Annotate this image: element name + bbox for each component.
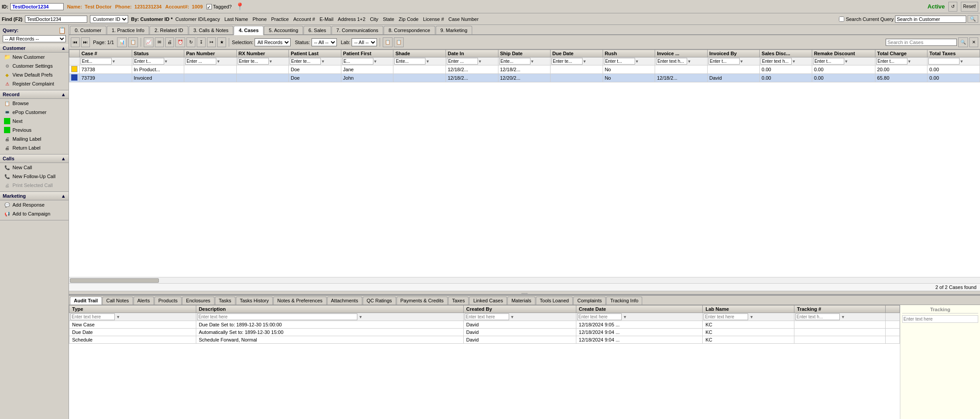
filter-audit-created-by-input[interactable]	[465, 313, 509, 320]
filter-rush-input[interactable]	[604, 58, 635, 65]
tab-marketing[interactable]: 9. Marketing	[436, 26, 473, 34]
filter-ship-date-input[interactable]	[499, 58, 530, 65]
filter-audit-create-date-input[interactable]	[577, 313, 622, 320]
find-link-address[interactable]: Address 1+2	[338, 16, 365, 22]
col-shade[interactable]: Shade	[393, 50, 446, 57]
filter-total-charge-icon[interactable]: ▼	[907, 59, 911, 64]
search-in-button[interactable]: 🔍	[968, 15, 978, 23]
find-link-case[interactable]: Case Number	[449, 16, 479, 22]
audit-col-type[interactable]: Type	[69, 305, 196, 313]
filter-audit-create-date[interactable]: ▼	[576, 313, 703, 321]
filter-ship-date-icon[interactable]: ▼	[530, 59, 535, 64]
cases-scroll-thumb[interactable]	[70, 278, 159, 283]
filter-due-date[interactable]: ▼	[551, 57, 603, 65]
filter-audit-desc-icon[interactable]: ▼	[359, 315, 363, 319]
filter-rx-input[interactable]	[238, 58, 269, 65]
tab-sales[interactable]: 6. Sales	[304, 26, 331, 34]
query-icon[interactable]: 📋	[58, 27, 66, 34]
col-date-in[interactable]: Date In	[445, 50, 498, 57]
col-total-charge[interactable]: Total Charge	[875, 50, 927, 57]
filter-audit-type-icon[interactable]: ▼	[116, 315, 120, 319]
filter-audit-lab-name-input[interactable]	[704, 313, 748, 320]
status-dropdown[interactable]: -- All --	[312, 38, 337, 46]
filter-due-date-icon[interactable]: ▼	[583, 59, 587, 64]
col-due-date[interactable]: Due Date	[551, 50, 603, 57]
filter-total-charge-input[interactable]	[876, 58, 907, 65]
bottom-tab-audit-trail[interactable]: Audit Trail	[70, 297, 102, 305]
col-ship-date[interactable]: Ship Date	[498, 50, 551, 57]
filter-shade-input[interactable]	[394, 58, 425, 65]
bottom-tab-complaints[interactable]: Complaints	[573, 297, 606, 305]
col-case-num[interactable]: Case #	[80, 50, 132, 57]
col-pan[interactable]: Pan Number	[184, 50, 237, 57]
id-value[interactable]: TestDoctor1234	[10, 3, 64, 10]
filter-total-taxes-icon[interactable]: ▼	[960, 59, 964, 64]
filter-ship-date[interactable]: ▼	[498, 57, 551, 65]
lab-dropdown[interactable]: -- All --	[352, 38, 377, 46]
filter-audit-tracking-input[interactable]	[795, 313, 840, 320]
sidebar-item-new-followup-call[interactable]: 📞 New Follow-Up Call	[0, 172, 69, 181]
cases-table-wrapper[interactable]: Case # Status Pan Number RX Number Patie…	[69, 49, 980, 277]
filter-sales-disc-icon[interactable]: ▼	[792, 59, 796, 64]
calls-section-header[interactable]: Calls ▲	[0, 155, 69, 163]
nav-prev-button[interactable]: ⏭	[81, 37, 90, 47]
audit-col-create-date[interactable]: Create Date	[576, 305, 703, 313]
sidebar-item-next[interactable]: Next	[0, 117, 69, 126]
bottom-tab-notes-preferences[interactable]: Notes & Preferences	[273, 297, 327, 305]
filter-date-in-icon[interactable]: ▼	[478, 59, 482, 64]
tab-accounting[interactable]: 5. Accounting	[264, 26, 303, 34]
search-current-checkbox[interactable]	[839, 16, 844, 22]
audit-row[interactable]: Schedule Schedule Forward, Normal David …	[69, 336, 900, 344]
audit-col-created-by[interactable]: Created By	[463, 305, 576, 313]
audit-row[interactable]: Due Date Automatically Set to: 1899-12-3…	[69, 329, 900, 336]
filter-remake-disc[interactable]: ▼	[812, 57, 875, 65]
bottom-tab-attachments[interactable]: Attachments	[327, 297, 362, 305]
filter-date-in-input[interactable]	[447, 58, 478, 65]
sidebar-item-print-selected-call[interactable]: 🖨 Print Selected Call	[0, 181, 69, 190]
filter-audit-tracking[interactable]: ▼	[794, 313, 886, 321]
find-link-lastname[interactable]: Last Name	[224, 16, 248, 22]
filter-shade[interactable]: ▼	[393, 57, 446, 65]
filter-invoice[interactable]: ▼	[655, 57, 708, 65]
filter-audit-type-input[interactable]	[70, 313, 115, 320]
bottom-tab-taxes[interactable]: Taxes	[448, 297, 469, 305]
filter-status[interactable]: ▼	[132, 57, 184, 65]
bottom-tab-materials[interactable]: Materials	[507, 297, 535, 305]
export-button[interactable]: ↧	[197, 37, 206, 47]
filter-audit-desc[interactable]: ▼	[196, 313, 463, 321]
bottom-tab-qc-ratings[interactable]: QC Ratings	[363, 297, 396, 305]
sidebar-item-view-default-prefs[interactable]: ◆ View Default Prefs	[0, 70, 69, 79]
find-link-license[interactable]: License #	[423, 16, 444, 22]
bottom-tab-alerts[interactable]: Alerts	[134, 297, 154, 305]
find-link-practice[interactable]: Practice	[271, 16, 289, 22]
filter-audit-created-by-icon[interactable]: ▼	[510, 315, 514, 319]
sidebar-item-new-customer[interactable]: 📁 New Customer	[0, 53, 69, 61]
record-section-header[interactable]: Record ▲	[0, 90, 69, 99]
filter-rush[interactable]: ▼	[603, 57, 655, 65]
filter-pan[interactable]: ▼	[184, 57, 237, 65]
tagged-section[interactable]: ✓ Tagged?	[207, 4, 232, 9]
refresh-cases-button[interactable]: ↻	[186, 37, 195, 47]
filter-patient-first[interactable]: ▼	[341, 57, 393, 65]
col-patient-first[interactable]: Patient First	[341, 50, 393, 57]
filter-due-date-input[interactable]	[551, 58, 583, 65]
filter-patient-first-input[interactable]	[342, 58, 373, 65]
filter-case-num[interactable]: ▼	[80, 57, 132, 65]
sidebar-item-epop[interactable]: 💻 ePop Customer	[0, 108, 69, 117]
find-link-email[interactable]: E-Mail	[320, 16, 333, 22]
col-sales-disc[interactable]: Sales Disc...	[760, 50, 812, 57]
find-link-customerid[interactable]: Customer ID/Legacy	[175, 16, 220, 22]
bottom-tab-call-notes[interactable]: Call Notes	[102, 297, 133, 305]
find-link-city[interactable]: City	[370, 16, 378, 22]
filter-total-taxes-input[interactable]	[928, 58, 960, 65]
search-cases-clear-button[interactable]: ✕	[969, 37, 978, 47]
nav-first-button[interactable]: ⏮	[71, 37, 80, 47]
filter-rx[interactable]: ▼	[236, 57, 289, 65]
sidebar-item-return-label[interactable]: 🖨 Return Label	[0, 143, 69, 152]
filter-status-input[interactable]	[133, 58, 164, 65]
find-link-state[interactable]: State	[383, 16, 394, 22]
filter-patient-first-icon[interactable]: ▼	[373, 59, 377, 64]
search-cases-button[interactable]: 🔍	[958, 37, 968, 47]
table-row[interactable]: 73738 In Product... Doe Jane 12/18/2... …	[69, 65, 980, 74]
splitter[interactable]: •••••	[69, 291, 980, 294]
